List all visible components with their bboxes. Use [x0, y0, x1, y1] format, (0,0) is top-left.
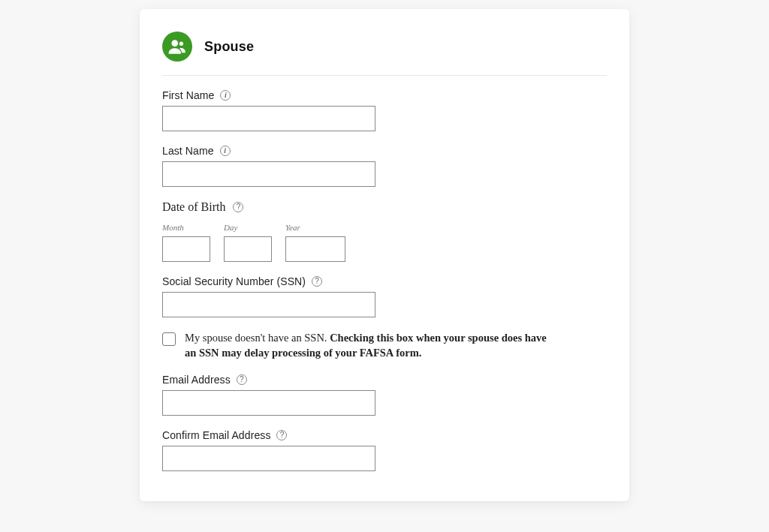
info-icon[interactable] — [220, 90, 231, 101]
help-icon[interactable] — [233, 202, 243, 212]
dob-day-input[interactable] — [224, 236, 272, 262]
help-icon[interactable] — [276, 430, 287, 440]
confirm-email-field: Confirm Email Address — [162, 429, 607, 471]
dob-year-label: Year — [285, 223, 345, 232]
section-title: Spouse — [204, 39, 254, 55]
info-icon[interactable] — [220, 146, 231, 156]
ssn-label: Social Security Number (SSN) — [162, 275, 306, 287]
email-input[interactable] — [162, 390, 375, 416]
last-name-field: Last Name — [162, 145, 607, 187]
people-icon — [162, 32, 192, 62]
no-ssn-checkbox-label: My spouse doesn't have an SSN. Checking … — [185, 331, 560, 360]
no-ssn-text-plain: My spouse doesn't have an SSN. — [185, 332, 330, 344]
no-ssn-checkbox-row: My spouse doesn't have an SSN. Checking … — [162, 331, 607, 360]
dob-month-label: Month — [162, 223, 210, 232]
ssn-field: Social Security Number (SSN) — [162, 275, 607, 317]
ssn-input[interactable] — [162, 292, 375, 317]
no-ssn-checkbox[interactable] — [162, 332, 176, 346]
last-name-label: Last Name — [162, 145, 214, 157]
svg-point-0 — [171, 40, 178, 47]
help-icon[interactable] — [312, 276, 322, 287]
first-name-field: First Name — [162, 89, 607, 131]
confirm-email-label: Confirm Email Address — [162, 429, 270, 441]
email-label: Email Address — [162, 374, 231, 386]
section-header: Spouse — [162, 32, 607, 76]
dob-label: Date of Birth — [162, 200, 225, 214]
last-name-input[interactable] — [162, 161, 375, 187]
spouse-form-card: Spouse First Name Last Name Date of Birt… — [140, 9, 629, 501]
dob-section: Date of Birth Month Day Year — [162, 200, 607, 262]
confirm-email-input[interactable] — [162, 446, 375, 471]
dob-day-label: Day — [224, 223, 272, 232]
email-field: Email Address — [162, 374, 607, 416]
dob-month-input[interactable] — [162, 236, 210, 262]
help-icon[interactable] — [237, 374, 247, 385]
first-name-input[interactable] — [162, 106, 375, 131]
dob-year-input[interactable] — [285, 236, 345, 262]
first-name-label: First Name — [162, 89, 214, 101]
svg-point-1 — [179, 42, 183, 46]
